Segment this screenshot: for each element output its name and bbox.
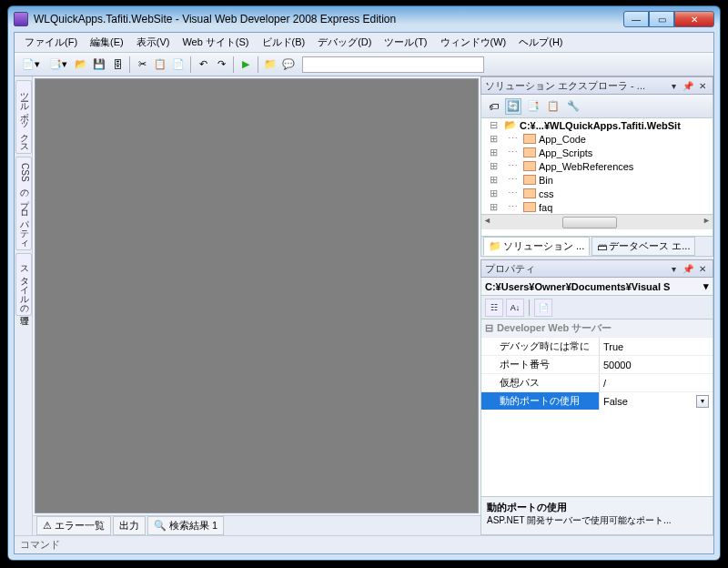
folder-icon (523, 147, 536, 157)
app-window: WLQuickApps.Tafiti.WebSite - Visual Web … (7, 5, 721, 561)
open-button[interactable]: 📂 (73, 56, 89, 73)
window-title: WLQuickApps.Tafiti.WebSite - Visual Web … (34, 13, 623, 25)
nest-button[interactable]: 📑 (525, 98, 541, 115)
collapse-icon[interactable]: ⊟ (485, 322, 493, 334)
tree-node[interactable]: ⊞⋯App_WebReferences (481, 159, 713, 173)
add-item-button[interactable]: 📑▾ (46, 56, 71, 73)
toolbar-main: 📄▾ 📑▾ 📂 💾 🗄 ✂ 📋 📄 ↶ ↷ ▶ 📁 💬 (15, 53, 713, 76)
menu-file[interactable]: ファイル(F) (18, 34, 84, 51)
pin-icon[interactable]: 📌 (682, 79, 694, 92)
left-gutter: ツールボックス CSS のプロパティ スタイルの管理 (15, 76, 33, 535)
solution-tree[interactable]: ⊟📂C:¥...¥WLQuickApps.Tafiti.WebSit ⊞⋯App… (480, 118, 713, 237)
tab-solution-explorer[interactable]: 📁ソリューション ... (483, 237, 590, 256)
tree-node[interactable]: ⊞⋯App_Code (481, 132, 713, 146)
menu-edit[interactable]: 編集(E) (84, 34, 130, 51)
menu-view[interactable]: 表示(V) (130, 34, 177, 51)
save-all-button[interactable]: 🗄 (109, 56, 126, 73)
separator (129, 56, 130, 73)
folder-icon (523, 161, 536, 171)
tree-node[interactable]: ⊞⋯Bin (481, 173, 713, 187)
minimize-button[interactable]: — (623, 11, 649, 27)
properties-toolbar: ☷ A↓ 📄 (480, 296, 713, 320)
folder-icon (523, 202, 536, 212)
menubar: ファイル(F) 編集(E) 表示(V) Web サイト(S) ビルド(B) デバ… (15, 33, 713, 53)
folder-icon (523, 188, 536, 198)
run-button[interactable]: ▶ (238, 56, 254, 73)
menu-debug[interactable]: デバッグ(D) (311, 34, 378, 51)
project-icon: 📂 (504, 119, 517, 131)
close-icon[interactable]: ✕ (696, 79, 709, 92)
maximize-button[interactable]: ▭ (649, 11, 674, 27)
tab-database-explorer[interactable]: 🗃データベース エ... (592, 237, 695, 256)
tab-output[interactable]: 出力 (113, 516, 146, 535)
find-combo[interactable] (302, 56, 484, 73)
dropdown-button[interactable]: ▾ (696, 395, 709, 408)
titlebar[interactable]: WLQuickApps.Tafiti.WebSite - Visual Web … (8, 6, 720, 32)
tree-node[interactable]: ⊞⋯css (481, 187, 713, 200)
redo-button[interactable]: ↷ (213, 56, 229, 73)
tab-style-management[interactable]: スタイルの管理 (15, 253, 32, 316)
tab-css-properties[interactable]: CSS のプロパティ (15, 157, 32, 250)
property-row-selected[interactable]: 動的ポートの使用False▾ (481, 391, 713, 410)
copy-button[interactable]: 📋 (152, 56, 168, 73)
dropdown-icon[interactable]: ▾ (667, 262, 680, 275)
categorized-button[interactable]: ☷ (485, 299, 503, 317)
cut-button[interactable]: ✂ (134, 56, 150, 73)
property-description: 動的ポートの使用 ASP.NET 開発サーバーで使用可能なポート... (480, 497, 713, 535)
asp-config-button[interactable]: 🔧 (565, 98, 581, 115)
properties-pane: プロパティ ▾ 📌 ✕ C:¥Users¥Owner¥Documents¥Vis… (480, 259, 713, 535)
separator (258, 56, 258, 73)
pane-title: プロパティ (485, 262, 535, 276)
property-row[interactable]: 仮想パス/ (481, 373, 713, 391)
property-row[interactable]: ポート番号50000 (481, 355, 713, 373)
statusbar: コマンド (15, 535, 713, 553)
center-dock: ⚠エラー一覧 出力 🔍検索結果 1 (33, 76, 480, 535)
close-icon[interactable]: ✕ (696, 262, 709, 275)
alphabetical-button[interactable]: A↓ (506, 299, 524, 317)
property-grid[interactable]: ⊟Developer Web サーバー デバッグ時には常にTrue ポート番号5… (480, 320, 713, 497)
refresh-button[interactable]: 🔄 (505, 98, 521, 115)
menu-website[interactable]: Web サイト(S) (176, 34, 255, 51)
close-button[interactable]: ✕ (674, 11, 714, 27)
new-project-button[interactable]: 📄▾ (18, 56, 44, 73)
tab-toolbox[interactable]: ツールボックス (15, 80, 32, 154)
app-icon (14, 12, 28, 26)
solution-explorer-header[interactable]: ソリューション エクスプローラ - ... ▾ 📌 ✕ (480, 76, 713, 95)
comment-button[interactable]: 💬 (280, 56, 297, 73)
tree-root[interactable]: ⊟📂C:¥...¥WLQuickApps.Tafiti.WebSit (481, 118, 713, 132)
separator (233, 56, 234, 73)
paste-button[interactable]: 📄 (170, 56, 187, 73)
undo-button[interactable]: ↶ (195, 56, 211, 73)
folder-icon (523, 175, 536, 185)
tree-node[interactable]: ⊞⋯App_Scripts (481, 146, 713, 159)
scrollbar-thumb[interactable] (562, 217, 617, 228)
pin-icon[interactable]: 📌 (682, 262, 694, 275)
property-pages-button[interactable]: 📄 (534, 299, 552, 317)
editor-area[interactable] (35, 78, 479, 513)
tree-node[interactable]: ⊞⋯faq (481, 200, 713, 214)
property-category[interactable]: ⊟Developer Web サーバー (481, 320, 713, 337)
properties-button[interactable]: 🏷 (485, 98, 501, 115)
description-text: ASP.NET 開発サーバーで使用可能なポート... (487, 514, 707, 527)
tab-find-results[interactable]: 🔍検索結果 1 (147, 516, 224, 535)
solution-icon: 📁 (489, 240, 501, 252)
horizontal-scrollbar[interactable] (481, 214, 713, 229)
chevron-down-icon[interactable]: ▾ (703, 280, 709, 292)
solution-toolbar: 🏷 🔄 📑 📋 🔧 (480, 95, 713, 118)
pane-title: ソリューション エクスプローラ - ... (485, 79, 645, 93)
dropdown-icon[interactable]: ▾ (667, 79, 680, 92)
property-row[interactable]: デバッグ時には常にTrue (481, 337, 713, 355)
properties-header[interactable]: プロパティ ▾ 📌 ✕ (480, 259, 713, 278)
menu-tools[interactable]: ツール(T) (378, 34, 433, 51)
save-button[interactable]: 💾 (91, 56, 107, 73)
tab-error-list[interactable]: ⚠エラー一覧 (36, 516, 111, 535)
menu-help[interactable]: ヘルプ(H) (512, 34, 569, 51)
find-button[interactable]: 📁 (262, 56, 278, 73)
menu-window[interactable]: ウィンドウ(W) (434, 34, 513, 51)
properties-target[interactable]: C:¥Users¥Owner¥Documents¥Visual S ▾ (480, 278, 713, 296)
menu-build[interactable]: ビルド(B) (256, 34, 312, 51)
search-icon: 🔍 (154, 520, 167, 532)
copy-website-button[interactable]: 📋 (545, 98, 561, 115)
separator (529, 299, 530, 316)
client-area: ファイル(F) 編集(E) 表示(V) Web サイト(S) ビルド(B) デバ… (14, 32, 714, 554)
